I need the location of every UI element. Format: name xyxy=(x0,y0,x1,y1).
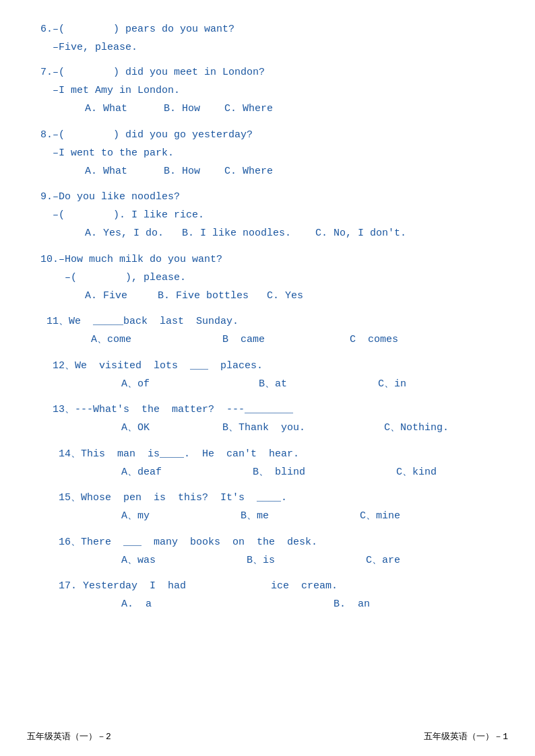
q9-options: A. Yes, I do. B. I like noodles. C. No, … xyxy=(61,224,495,244)
q11-options: A、come B came C comes xyxy=(61,331,495,350)
page: 6.–( ) pears do you want? –Five, please.… xyxy=(0,0,535,756)
q16-line1: 16、There ___ many books on the desk. xyxy=(40,533,495,551)
footer-left: 五年级英语（一）－2 xyxy=(27,730,111,743)
question-7: 7.–( ) did you meet in London? –I met Am… xyxy=(40,63,495,119)
question-10: 10.–How much milk do you want? –( ), ple… xyxy=(40,250,495,306)
q8-line2: –I went to the park. xyxy=(40,144,495,162)
q12-options: A、of B、at C、in xyxy=(61,375,495,394)
q6-line2: –Five, please. xyxy=(40,38,495,57)
q15-line1: 15、Whose pen is this? It's ____. xyxy=(40,489,495,507)
q6-line1: 6.–( ) pears do you want? xyxy=(40,20,495,38)
q17-line1: 17. Yesterday I had ice cream. xyxy=(40,577,495,595)
q17-options: A. a B. an xyxy=(61,595,495,615)
q10-line1: 10.–How much milk do you want? xyxy=(40,250,495,269)
question-16: 16、There ___ many books on the desk. A、w… xyxy=(40,533,495,571)
question-17: 17. Yesterday I had ice cream. A. a B. a… xyxy=(40,577,495,615)
q10-options: A. Five B. Five bottles C. Yes xyxy=(61,287,495,306)
q7-line1: 7.–( ) did you meet in London? xyxy=(40,63,495,81)
q14-line1: 14、This man is____. He can't hear. xyxy=(40,445,495,463)
q14-options: A、deaf B、 blind C、kind xyxy=(61,463,495,483)
q13-options: A、OK B、Thank you. C、Nothing. xyxy=(61,419,495,438)
footer-right: 五年级英语（一）－1 xyxy=(424,730,508,743)
q16-options: A、was B、is C、are xyxy=(61,551,495,571)
q13-line1: 13、---What's the matter? ---________ xyxy=(40,401,495,419)
q15-options: A、my B、me C、mine xyxy=(61,507,495,526)
question-13: 13、---What's the matter? ---________ A、O… xyxy=(40,401,495,438)
q11-line1: 11、We _____back last Sunday. xyxy=(40,312,495,331)
question-15: 15、Whose pen is this? It's ____. A、my B、… xyxy=(40,489,495,526)
q9-line2: –( ). I like rice. xyxy=(40,206,495,224)
question-6: 6.–( ) pears do you want? –Five, please. xyxy=(40,20,495,57)
q12-line1: 12、We visited lots ___ places. xyxy=(40,357,495,375)
q7-line2: –I met Amy in London. xyxy=(40,81,495,100)
question-8: 8.–( ) did you go yesterday? –I went to … xyxy=(40,126,495,182)
q10-line2: –( ), please. xyxy=(40,269,495,287)
question-14: 14、This man is____. He can't hear. A、dea… xyxy=(40,445,495,483)
q8-options: A. What B. How C. Where xyxy=(61,162,495,182)
question-11: 11、We _____back last Sunday. A、come B ca… xyxy=(40,312,495,350)
q8-line1: 8.–( ) did you go yesterday? xyxy=(40,126,495,144)
question-12: 12、We visited lots ___ places. A、of B、at… xyxy=(40,357,495,394)
q9-line1: 9.–Do you like noodles? xyxy=(40,188,495,206)
question-9: 9.–Do you like noodles? –( ). I like ric… xyxy=(40,188,495,244)
q7-options: A. What B. How C. Where xyxy=(61,100,495,119)
